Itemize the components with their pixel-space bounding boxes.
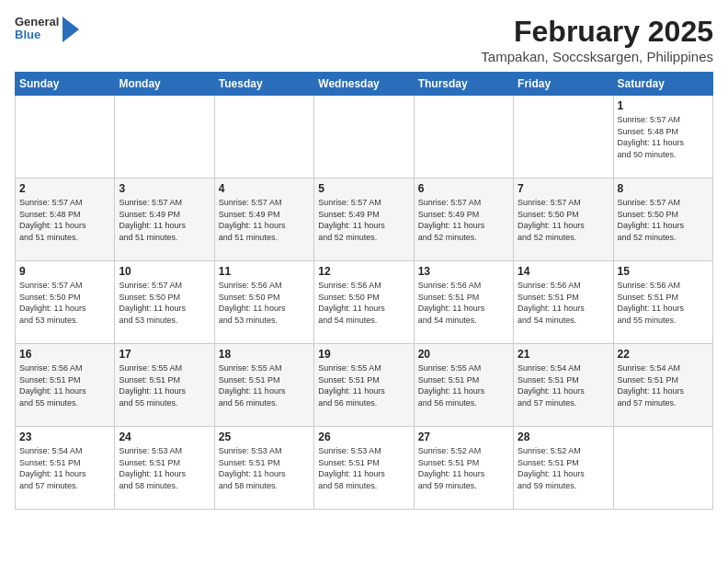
day-number: 15 xyxy=(618,265,709,278)
calendar-day-cell: 23Sunrise: 5:54 AM Sunset: 5:51 PM Dayli… xyxy=(16,427,115,510)
calendar-day-cell: 10Sunrise: 5:57 AM Sunset: 5:50 PM Dayli… xyxy=(115,261,214,344)
day-number: 14 xyxy=(518,265,609,278)
location-label: Tampakan, Soccsksargen, Philippines xyxy=(481,49,713,64)
day-number: 13 xyxy=(418,265,509,278)
calendar-day-cell xyxy=(514,96,613,178)
day-number: 25 xyxy=(219,431,310,443)
calendar-day-cell xyxy=(115,96,214,178)
day-number: 2 xyxy=(19,182,110,195)
calendar-week-row: 9Sunrise: 5:57 AM Sunset: 5:50 PM Daylig… xyxy=(16,261,713,344)
calendar-day-cell: 7Sunrise: 5:57 AM Sunset: 5:50 PM Daylig… xyxy=(514,178,613,261)
day-number: 4 xyxy=(219,182,310,195)
day-number: 8 xyxy=(618,182,709,195)
day-info: Sunrise: 5:57 AM Sunset: 5:49 PM Dayligh… xyxy=(119,197,210,243)
day-number: 11 xyxy=(219,265,310,278)
day-number: 7 xyxy=(518,182,609,195)
day-info: Sunrise: 5:57 AM Sunset: 5:48 PM Dayligh… xyxy=(19,197,110,243)
calendar-day-cell: 21Sunrise: 5:54 AM Sunset: 5:51 PM Dayli… xyxy=(514,344,613,427)
calendar-day-cell xyxy=(613,427,712,510)
calendar-week-row: 23Sunrise: 5:54 AM Sunset: 5:51 PM Dayli… xyxy=(16,427,713,510)
logo: General Blue xyxy=(15,15,79,42)
day-info: Sunrise: 5:52 AM Sunset: 5:51 PM Dayligh… xyxy=(518,445,609,491)
day-number: 5 xyxy=(318,182,409,195)
day-number: 6 xyxy=(418,182,509,195)
day-info: Sunrise: 5:57 AM Sunset: 5:50 PM Dayligh… xyxy=(518,197,609,243)
day-number: 20 xyxy=(418,348,509,361)
day-info: Sunrise: 5:57 AM Sunset: 5:48 PM Dayligh… xyxy=(618,114,709,160)
calendar-week-row: 16Sunrise: 5:56 AM Sunset: 5:51 PM Dayli… xyxy=(16,344,713,427)
day-info: Sunrise: 5:57 AM Sunset: 5:50 PM Dayligh… xyxy=(119,280,210,326)
calendar-day-cell: 11Sunrise: 5:56 AM Sunset: 5:50 PM Dayli… xyxy=(214,261,313,344)
calendar-day-cell xyxy=(314,96,414,178)
calendar-day-cell: 17Sunrise: 5:55 AM Sunset: 5:51 PM Dayli… xyxy=(115,344,214,427)
calendar-day-cell: 1Sunrise: 5:57 AM Sunset: 5:48 PM Daylig… xyxy=(613,96,712,178)
calendar-day-cell xyxy=(414,96,513,178)
day-number: 19 xyxy=(318,348,409,361)
day-number: 21 xyxy=(518,348,609,361)
day-number: 24 xyxy=(119,431,210,443)
logo-blue: Blue xyxy=(15,29,59,41)
calendar-day-cell: 14Sunrise: 5:56 AM Sunset: 5:51 PM Dayli… xyxy=(514,261,613,344)
day-number: 26 xyxy=(318,431,409,443)
calendar-week-row: 2Sunrise: 5:57 AM Sunset: 5:48 PM Daylig… xyxy=(16,178,713,261)
day-info: Sunrise: 5:56 AM Sunset: 5:51 PM Dayligh… xyxy=(418,280,509,326)
day-number: 9 xyxy=(19,265,110,278)
calendar-day-cell xyxy=(16,96,115,178)
logo-general: General xyxy=(15,16,59,29)
weekday-header: Friday xyxy=(514,73,613,96)
day-number: 10 xyxy=(119,265,210,278)
calendar-day-cell: 27Sunrise: 5:52 AM Sunset: 5:51 PM Dayli… xyxy=(414,427,513,510)
day-info: Sunrise: 5:55 AM Sunset: 5:51 PM Dayligh… xyxy=(119,362,210,408)
day-number: 28 xyxy=(518,431,609,443)
weekday-header: Sunday xyxy=(16,73,115,96)
calendar-day-cell: 25Sunrise: 5:53 AM Sunset: 5:51 PM Dayli… xyxy=(214,427,313,510)
weekday-header: Tuesday xyxy=(214,73,313,96)
day-number: 16 xyxy=(19,348,110,361)
calendar-day-cell: 13Sunrise: 5:56 AM Sunset: 5:51 PM Dayli… xyxy=(414,261,513,344)
day-number: 12 xyxy=(318,265,409,278)
calendar-day-cell: 19Sunrise: 5:55 AM Sunset: 5:51 PM Dayli… xyxy=(314,344,414,427)
calendar-day-cell: 6Sunrise: 5:57 AM Sunset: 5:49 PM Daylig… xyxy=(414,178,513,261)
day-info: Sunrise: 5:53 AM Sunset: 5:51 PM Dayligh… xyxy=(219,445,310,491)
day-info: Sunrise: 5:54 AM Sunset: 5:51 PM Dayligh… xyxy=(618,362,709,408)
day-number: 27 xyxy=(418,431,509,443)
calendar-day-cell: 26Sunrise: 5:53 AM Sunset: 5:51 PM Dayli… xyxy=(314,427,414,510)
day-info: Sunrise: 5:55 AM Sunset: 5:51 PM Dayligh… xyxy=(418,362,509,408)
weekday-header: Thursday xyxy=(414,73,513,96)
calendar-day-cell: 22Sunrise: 5:54 AM Sunset: 5:51 PM Dayli… xyxy=(613,344,712,427)
calendar-day-cell: 8Sunrise: 5:57 AM Sunset: 5:50 PM Daylig… xyxy=(613,178,712,261)
day-info: Sunrise: 5:57 AM Sunset: 5:50 PM Dayligh… xyxy=(618,197,709,243)
day-number: 3 xyxy=(119,182,210,195)
day-info: Sunrise: 5:56 AM Sunset: 5:50 PM Dayligh… xyxy=(318,280,409,326)
day-info: Sunrise: 5:54 AM Sunset: 5:51 PM Dayligh… xyxy=(19,445,110,491)
day-info: Sunrise: 5:57 AM Sunset: 5:49 PM Dayligh… xyxy=(418,197,509,243)
calendar-day-cell: 4Sunrise: 5:57 AM Sunset: 5:49 PM Daylig… xyxy=(214,178,313,261)
day-info: Sunrise: 5:57 AM Sunset: 5:49 PM Dayligh… xyxy=(318,197,409,243)
logo-text: General Blue xyxy=(15,16,59,42)
day-info: Sunrise: 5:57 AM Sunset: 5:49 PM Dayligh… xyxy=(219,197,310,243)
day-number: 1 xyxy=(618,99,709,112)
day-info: Sunrise: 5:56 AM Sunset: 5:51 PM Dayligh… xyxy=(19,362,110,408)
calendar-header-row: SundayMondayTuesdayWednesdayThursdayFrid… xyxy=(16,73,713,96)
day-info: Sunrise: 5:56 AM Sunset: 5:51 PM Dayligh… xyxy=(618,280,709,326)
day-info: Sunrise: 5:53 AM Sunset: 5:51 PM Dayligh… xyxy=(318,445,409,491)
weekday-header: Saturday xyxy=(613,73,712,96)
day-info: Sunrise: 5:55 AM Sunset: 5:51 PM Dayligh… xyxy=(219,362,310,408)
day-number: 22 xyxy=(618,348,709,361)
day-info: Sunrise: 5:56 AM Sunset: 5:50 PM Dayligh… xyxy=(219,280,310,326)
day-info: Sunrise: 5:57 AM Sunset: 5:50 PM Dayligh… xyxy=(19,280,110,326)
calendar-day-cell: 18Sunrise: 5:55 AM Sunset: 5:51 PM Dayli… xyxy=(214,344,313,427)
calendar-day-cell: 28Sunrise: 5:52 AM Sunset: 5:51 PM Dayli… xyxy=(514,427,613,510)
calendar-day-cell: 5Sunrise: 5:57 AM Sunset: 5:49 PM Daylig… xyxy=(314,178,414,261)
calendar-day-cell: 15Sunrise: 5:56 AM Sunset: 5:51 PM Dayli… xyxy=(613,261,712,344)
calendar-day-cell: 12Sunrise: 5:56 AM Sunset: 5:50 PM Dayli… xyxy=(314,261,414,344)
title-block: February 2025 Tampakan, Soccsksargen, Ph… xyxy=(481,15,713,64)
day-number: 17 xyxy=(119,348,210,361)
day-info: Sunrise: 5:53 AM Sunset: 5:51 PM Dayligh… xyxy=(119,445,210,491)
calendar-day-cell: 2Sunrise: 5:57 AM Sunset: 5:48 PM Daylig… xyxy=(16,178,115,261)
calendar-day-cell: 20Sunrise: 5:55 AM Sunset: 5:51 PM Dayli… xyxy=(414,344,513,427)
calendar-day-cell: 9Sunrise: 5:57 AM Sunset: 5:50 PM Daylig… xyxy=(16,261,115,344)
day-info: Sunrise: 5:56 AM Sunset: 5:51 PM Dayligh… xyxy=(518,280,609,326)
page-header: General Blue February 2025 Tampakan, Soc… xyxy=(15,15,713,64)
day-info: Sunrise: 5:55 AM Sunset: 5:51 PM Dayligh… xyxy=(318,362,409,408)
